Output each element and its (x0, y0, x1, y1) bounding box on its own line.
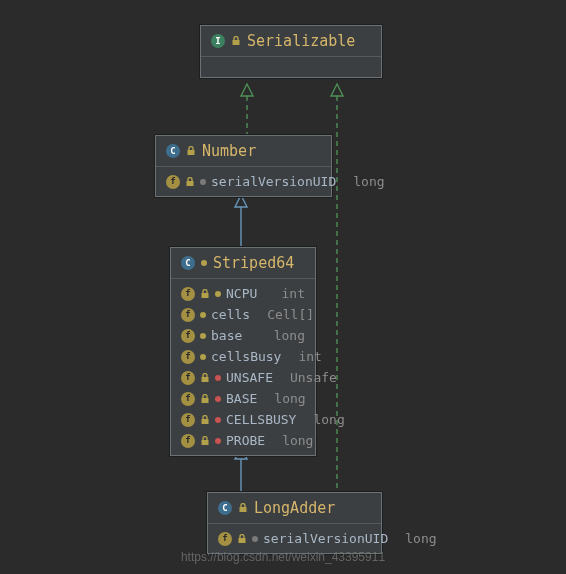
class-header: I Serializable (201, 26, 381, 57)
field-type: int (286, 349, 321, 364)
field-icon: f (181, 329, 195, 343)
svg-rect-8 (240, 507, 247, 512)
field-name: UNSAFE (226, 370, 273, 385)
field-icon: f (181, 350, 195, 364)
field-icon: f (166, 175, 180, 189)
field-row: fUNSAFEUnsafe (177, 367, 309, 388)
class-header: C LongAdder (208, 493, 381, 524)
lock-icon (200, 289, 210, 299)
field-type: long (341, 174, 384, 189)
visibility-icon (200, 312, 206, 318)
field-type: Unsafe (278, 370, 337, 385)
diagram-stage: I Serializable C Number fserialVersionUI… (0, 0, 566, 574)
field-row: fcellsCell[] (177, 304, 309, 325)
field-row: fNCPUint (177, 283, 309, 304)
svg-rect-2 (187, 181, 194, 186)
field-icon: f (181, 308, 195, 322)
arrowhead-implements (331, 84, 343, 96)
field-name: CELLSBUSY (226, 412, 296, 427)
field-name: BASE (226, 391, 257, 406)
field-row: fPROBElong (177, 430, 309, 451)
svg-rect-7 (202, 440, 209, 445)
field-type: long (262, 328, 305, 343)
field-name: serialVersionUID (263, 531, 388, 546)
class-title: Striped64 (213, 254, 294, 272)
field-name: PROBE (226, 433, 265, 448)
visibility-icon (201, 260, 207, 266)
svg-rect-1 (188, 150, 195, 155)
field-type: int (270, 286, 305, 301)
lock-icon (200, 373, 210, 383)
class-title: Number (202, 142, 256, 160)
lock-icon (231, 36, 241, 46)
class-body: fserialVersionUIDlong (208, 524, 381, 553)
field-icon: f (181, 392, 195, 406)
visibility-icon (200, 354, 206, 360)
class-node-striped64[interactable]: C Striped64 fNCPUintfcellsCell[]fbaselon… (170, 247, 316, 456)
visibility-icon (215, 396, 221, 402)
visibility-icon (215, 291, 221, 297)
class-icon: C (218, 501, 232, 515)
class-title: LongAdder (254, 499, 335, 517)
class-body: fNCPUintfcellsCell[]fbaselongfcellsBusyi… (171, 279, 315, 455)
lock-icon (186, 146, 196, 156)
class-node-serializable[interactable]: I Serializable (200, 25, 382, 78)
field-row: fBASElong (177, 388, 309, 409)
interface-icon: I (211, 34, 225, 48)
lock-icon (237, 534, 247, 544)
field-type: Cell[] (255, 307, 314, 322)
field-row: fserialVersionUIDlong (162, 171, 325, 192)
svg-rect-0 (233, 40, 240, 45)
svg-rect-4 (202, 377, 209, 382)
class-title: Serializable (247, 32, 355, 50)
lock-icon (200, 415, 210, 425)
field-row: fserialVersionUIDlong (214, 528, 375, 549)
lock-icon (238, 503, 248, 513)
field-name: cellsBusy (211, 349, 281, 364)
visibility-icon (215, 438, 221, 444)
class-icon: C (181, 256, 195, 270)
svg-rect-3 (202, 293, 209, 298)
class-node-longadder[interactable]: C LongAdder fserialVersionUIDlong (207, 492, 382, 554)
visibility-icon (200, 179, 206, 185)
watermark: https://blog.csdn.net/weixin_43395911 (0, 550, 566, 564)
class-header: C Striped64 (171, 248, 315, 279)
field-icon: f (218, 532, 232, 546)
arrowhead-implements (241, 84, 253, 96)
svg-rect-6 (202, 419, 209, 424)
visibility-icon (200, 333, 206, 339)
field-row: fcellsBusyint (177, 346, 309, 367)
field-type: long (301, 412, 344, 427)
visibility-icon (252, 536, 258, 542)
field-row: fbaselong (177, 325, 309, 346)
svg-rect-9 (239, 538, 246, 543)
field-icon: f (181, 413, 195, 427)
field-name: serialVersionUID (211, 174, 336, 189)
class-body (201, 57, 381, 77)
field-icon: f (181, 287, 195, 301)
visibility-icon (215, 375, 221, 381)
class-header: C Number (156, 136, 331, 167)
field-row: fCELLSBUSYlong (177, 409, 309, 430)
class-node-number[interactable]: C Number fserialVersionUIDlong (155, 135, 332, 197)
field-type: long (393, 531, 436, 546)
field-name: cells (211, 307, 250, 322)
field-icon: f (181, 434, 195, 448)
field-name: NCPU (226, 286, 257, 301)
field-type: long (270, 433, 313, 448)
class-body: fserialVersionUIDlong (156, 167, 331, 196)
class-icon: C (166, 144, 180, 158)
field-icon: f (181, 371, 195, 385)
visibility-icon (215, 417, 221, 423)
svg-rect-5 (202, 398, 209, 403)
field-name: base (211, 328, 242, 343)
lock-icon (200, 436, 210, 446)
lock-icon (185, 177, 195, 187)
field-type: long (262, 391, 305, 406)
lock-icon (200, 394, 210, 404)
